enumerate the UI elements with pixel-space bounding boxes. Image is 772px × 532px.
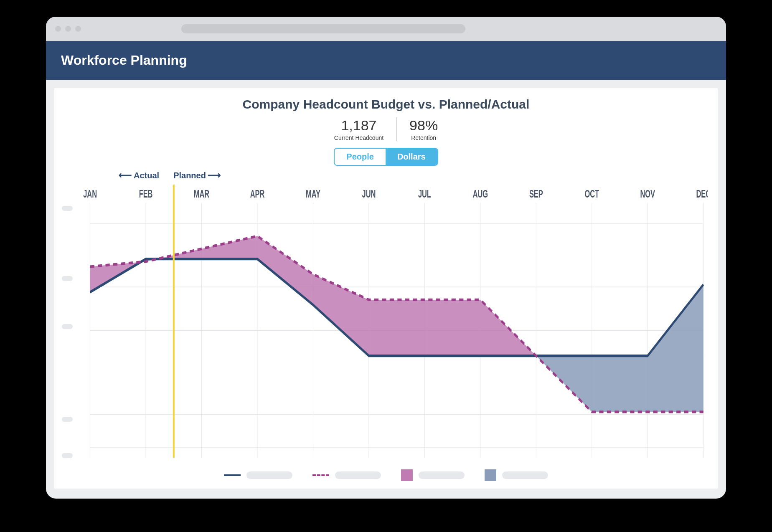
- unit-toggle: People Dollars: [64, 148, 708, 166]
- legend-blue-label: [502, 471, 548, 479]
- legend-dash: [312, 471, 381, 479]
- label-planned: Planned: [173, 171, 206, 180]
- close-icon[interactable]: [55, 26, 61, 32]
- actual-planned-labels: ⟵ Actual Planned ⟶: [64, 170, 708, 181]
- svg-text:AUG: AUG: [473, 188, 488, 200]
- legend-line-swatch: [224, 474, 241, 476]
- arrow-right-icon: ⟶: [208, 170, 221, 181]
- maximize-icon[interactable]: [75, 26, 81, 32]
- svg-text:DEC: DEC: [696, 188, 708, 200]
- app-window: Workforce Planning Company Headcount Bud…: [46, 17, 726, 499]
- svg-text:JUL: JUL: [418, 188, 431, 200]
- legend-line: [224, 471, 292, 479]
- legend-dash-swatch: [312, 474, 329, 476]
- legend-purple: [401, 469, 465, 481]
- svg-text:MAY: MAY: [306, 188, 320, 200]
- content-area: Company Headcount Budget vs. Planned/Act…: [46, 80, 726, 499]
- kpi-retention-value: 98%: [409, 117, 438, 134]
- svg-text:NOV: NOV: [640, 188, 655, 200]
- svg-text:MAR: MAR: [194, 188, 209, 200]
- kpi-retention: 98% Retention: [396, 117, 450, 141]
- kpi-headcount-label: Current Headcount: [334, 134, 383, 141]
- toggle-dollars[interactable]: Dollars: [386, 149, 437, 165]
- titlebar: [46, 17, 726, 41]
- arrow-left-icon: ⟵: [119, 170, 132, 181]
- svg-text:JUN: JUN: [362, 188, 376, 200]
- kpi-retention-label: Retention: [409, 134, 438, 141]
- label-actual: Actual: [134, 171, 159, 180]
- legend-blue: [485, 469, 548, 481]
- window-controls: [55, 26, 81, 32]
- kpi-headcount: 1,187 Current Headcount: [322, 117, 396, 141]
- legend-dash-label: [335, 471, 381, 479]
- minimize-icon[interactable]: [65, 26, 71, 32]
- legend-purple-swatch: [401, 469, 413, 481]
- svg-text:SEP: SEP: [529, 188, 543, 200]
- headcount-chart: JANFEBMARAPRMAYJUNJULAUGSEPOCTNOVDEC: [64, 183, 708, 464]
- url-bar[interactable]: [181, 24, 465, 33]
- page-title: Workforce Planning: [46, 41, 726, 80]
- kpi-row: 1,187 Current Headcount 98% Retention: [64, 117, 708, 141]
- kpi-headcount-value: 1,187: [334, 117, 383, 134]
- chart-panel: Company Headcount Budget vs. Planned/Act…: [54, 88, 718, 489]
- svg-text:FEB: FEB: [139, 188, 153, 200]
- chart-title: Company Headcount Budget vs. Planned/Act…: [64, 97, 708, 111]
- svg-text:JAN: JAN: [83, 188, 97, 200]
- chart-legend: [64, 469, 708, 481]
- toggle-people[interactable]: People: [335, 149, 386, 165]
- legend-line-label: [246, 471, 292, 479]
- legend-purple-label: [419, 471, 465, 479]
- svg-text:OCT: OCT: [584, 188, 599, 200]
- legend-blue-swatch: [485, 469, 496, 481]
- svg-text:APR: APR: [250, 188, 265, 200]
- chart-area: JANFEBMARAPRMAYJUNJULAUGSEPOCTNOVDEC: [64, 183, 708, 464]
